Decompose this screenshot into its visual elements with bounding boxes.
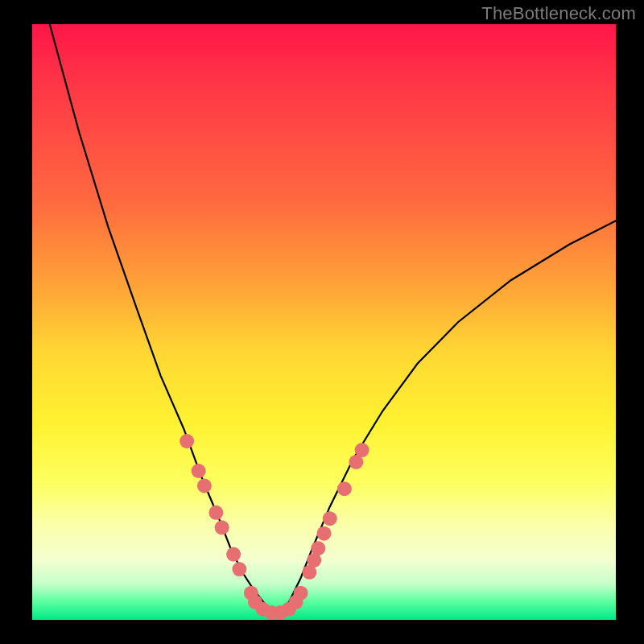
watermark-text: TheBottleneck.com: [481, 3, 636, 24]
marker-dot: [355, 443, 369, 457]
marker-dot: [294, 586, 308, 601]
marker-dot: [317, 526, 332, 541]
marker-dot: [208, 506, 223, 520]
series-right-branch: [275, 221, 616, 613]
marker-dot: [323, 511, 337, 526]
marker-dot: [337, 481, 352, 496]
marker-dot: [180, 434, 194, 448]
curve-layer: [50, 24, 616, 614]
marker-dot: [197, 479, 212, 493]
marker-dot: [226, 547, 241, 562]
marker-layer: [180, 434, 369, 620]
chart-svg: [32, 24, 616, 620]
marker-dot: [192, 464, 206, 478]
marker-dot: [215, 520, 229, 535]
series-left-branch: [50, 24, 275, 614]
plot-area: [32, 24, 616, 620]
marker-dot: [232, 562, 246, 576]
marker-dot: [311, 541, 325, 555]
chart-container: TheBottleneck.com: [0, 0, 644, 644]
